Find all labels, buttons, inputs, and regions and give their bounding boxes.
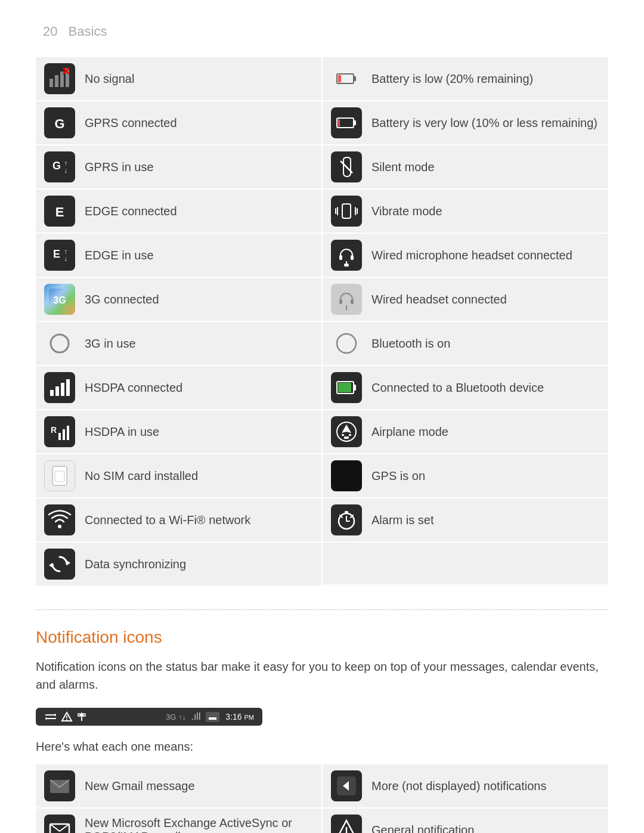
page-number: 20 [43, 24, 57, 39]
3g-in-use-label: 3G in use [85, 337, 136, 351]
list-item: New Microsoft Exchange ActiveSync or POP… [36, 809, 321, 833]
wired-headset-label: Wired headset connected [371, 293, 507, 306]
list-item: Wired headset connected [323, 278, 608, 321]
gmail-label: New Gmail message [85, 779, 195, 793]
left-column: No signal GPRS connected GPRS in use EDG… [36, 57, 321, 586]
hsdpa-in-use-icon [44, 416, 75, 447]
battery-very-low-label: Battery is very low (10% or less remaini… [371, 116, 597, 130]
no-signal-label: No signal [85, 72, 134, 86]
right-column: Battery is low (20% remaining) Battery i… [323, 57, 608, 586]
general-notif-icon [331, 815, 362, 833]
notif-right-column: More (not displayed) notifications Gener… [323, 764, 608, 833]
list-item: GPRS in use [36, 145, 321, 188]
bluetooth-on-icon [331, 328, 362, 359]
notification-section-desc: Notification icons on the status bar mak… [36, 658, 608, 693]
hsdpa-connected-icon [44, 372, 75, 403]
notification-section-title: Notification icons [36, 628, 608, 647]
data-sync-icon [44, 549, 75, 580]
page-container: 20 Basics No signal GPRS connected [36, 24, 608, 833]
list-item: Battery is low (20% remaining) [323, 57, 608, 100]
3g-connected-label: 3G connected [85, 293, 159, 306]
chapter-title: Basics [69, 24, 107, 39]
no-sim-label: No SIM card installed [85, 469, 198, 483]
list-item: Connected to a Wi-Fi® network [36, 498, 321, 541]
gps-on-label: GPS is on [371, 469, 425, 483]
vibrate-mode-label: Vibrate mode [371, 205, 442, 218]
wired-mic-headset-icon [331, 240, 362, 271]
list-item: New Gmail message [36, 764, 321, 807]
list-item: Wired microphone headset connected [323, 234, 608, 277]
wired-mic-headset-label: Wired microphone headset connected [371, 249, 572, 262]
gprs-in-use-icon [44, 151, 75, 182]
gps-on-icon [331, 460, 362, 491]
warning-icon [61, 711, 73, 722]
section-divider [36, 609, 608, 610]
list-item: Airplane mode [323, 410, 608, 453]
more-notif-label: More (not displayed) notifications [371, 779, 546, 793]
3g-connected-icon [44, 284, 75, 315]
wifi-icon [44, 504, 75, 535]
no-sim-icon [44, 460, 75, 491]
3g-in-use-icon [44, 328, 75, 359]
airplane-mode-label: Airplane mode [371, 425, 448, 439]
notif-left-column: New Gmail message New Microsoft Exchange… [36, 764, 321, 833]
usb-icon [76, 711, 87, 722]
list-item: EDGE in use [36, 234, 321, 277]
bluetooth-on-label: Bluetooth is on [371, 337, 450, 351]
gprs-connected-icon [44, 107, 75, 138]
list-item: Bluetooth is on [323, 322, 608, 365]
list-item: Connected to a Bluetooth device [323, 366, 608, 409]
edge-in-use-label: EDGE in use [85, 249, 154, 262]
notification-icons-grid: New Gmail message New Microsoft Exchange… [36, 764, 608, 833]
list-item: No signal [36, 57, 321, 100]
page-header: 20 Basics [36, 24, 608, 39]
list-item: Battery is very low (10% or less remaini… [323, 101, 608, 144]
status-bar-preview: 3G ↑↓ .ıll ▬ 3:16 PM [36, 708, 262, 726]
list-item: GPRS connected [36, 101, 321, 144]
wired-headset-icon [331, 284, 362, 315]
general-notif-label: General notification [371, 823, 474, 834]
list-item: Data synchronizing [36, 543, 321, 586]
list-item: Vibrate mode [323, 190, 608, 233]
svg-point-81 [66, 719, 67, 720]
no-signal-icon [44, 63, 75, 94]
bt-connected-icon [331, 372, 362, 403]
vibrate-mode-icon [331, 196, 362, 227]
email-label: New Microsoft Exchange ActiveSync or POP… [85, 816, 313, 833]
svg-marker-78 [45, 717, 47, 720]
list-item: 3G connected [36, 278, 321, 321]
status-bar-left-icons [44, 711, 87, 722]
bt-connected-label: Connected to a Bluetooth device [371, 381, 544, 395]
here-label: Here's what each one means: [36, 740, 608, 754]
edge-in-use-icon [44, 240, 75, 271]
silent-mode-label: Silent mode [371, 160, 435, 174]
battery-low-label: Battery is low (20% remaining) [371, 72, 533, 86]
alarm-icon [331, 504, 362, 535]
notification-section: Notification icons Notification icons on… [36, 628, 608, 833]
list-item: EDGE connected [36, 190, 321, 233]
alarm-label: Alarm is set [371, 513, 434, 527]
battery-low-icon [331, 63, 362, 94]
list-item: 3G in use [36, 322, 321, 365]
list-item: HSDPA connected [36, 366, 321, 409]
airplane-mode-icon [331, 416, 362, 447]
gprs-in-use-label: GPRS in use [85, 160, 154, 174]
silent-mode-icon [331, 151, 362, 182]
hsdpa-in-use-label: HSDPA in use [85, 425, 159, 439]
list-item: GPS is on [323, 454, 608, 497]
gmail-icon [44, 770, 75, 801]
gprs-connected-label: GPRS connected [85, 116, 177, 130]
swap-icon [44, 711, 57, 722]
more-notif-icon [331, 770, 362, 801]
edge-connected-icon [44, 196, 75, 227]
list-item: General notification [323, 809, 608, 833]
status-bar-right: 3G ↑↓ .ıll ▬ 3:16 PM [166, 711, 254, 722]
wifi-label: Connected to a Wi-Fi® network [85, 513, 250, 527]
list-item: More (not displayed) notifications [323, 764, 608, 807]
list-item: Silent mode [323, 145, 608, 188]
list-item: No SIM card installed [36, 454, 321, 497]
edge-connected-label: EDGE connected [85, 205, 177, 218]
email-icon [44, 815, 75, 833]
list-item: Alarm is set [323, 498, 608, 541]
data-sync-label: Data synchronizing [85, 558, 186, 571]
